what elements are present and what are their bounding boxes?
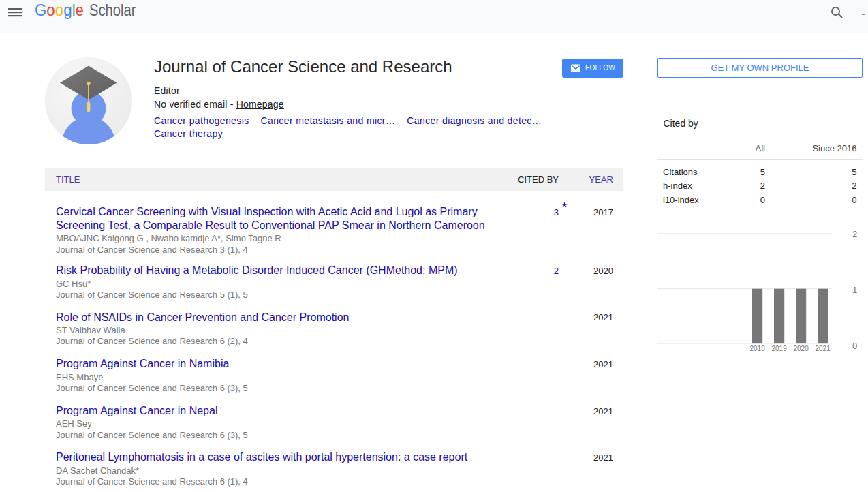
svg-text:2020: 2020 [793,345,809,352]
svg-text:2019: 2019 [771,345,787,352]
svg-text:1: 1 [852,285,857,295]
svg-text:0: 0 [852,341,857,351]
svg-text:2018: 2018 [749,345,765,352]
svg-text:2021: 2021 [815,345,831,352]
svg-text:2: 2 [852,229,857,239]
